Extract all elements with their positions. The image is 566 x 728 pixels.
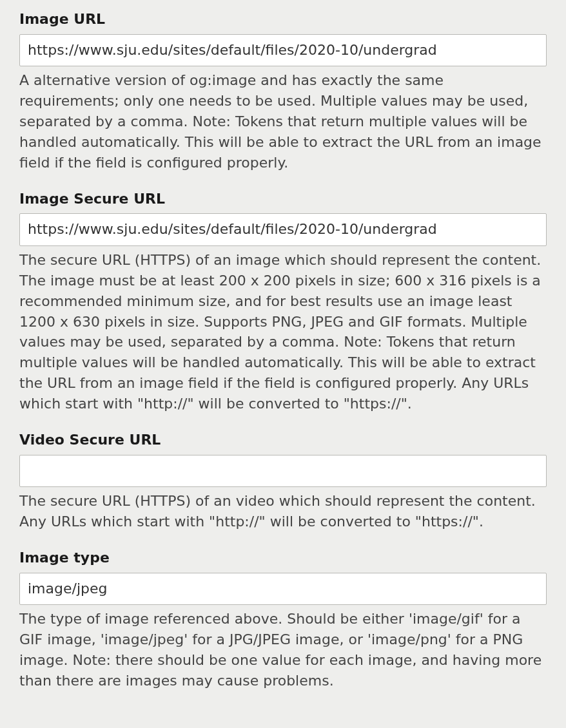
image-type-description: The type of image referenced above. Shou… xyxy=(19,609,547,691)
image-url-label: Image URL xyxy=(19,10,547,29)
form-group-image-type: Image type The type of image referenced … xyxy=(19,549,547,691)
image-type-label: Image type xyxy=(19,549,547,568)
image-type-input[interactable] xyxy=(19,573,547,606)
image-secure-url-label: Image Secure URL xyxy=(19,190,547,209)
image-url-input[interactable] xyxy=(19,34,547,67)
form-group-image-secure-url: Image Secure URL The secure URL (HTTPS) … xyxy=(19,190,547,414)
image-secure-url-description: The secure URL (HTTPS) of an image which… xyxy=(19,250,547,414)
video-secure-url-description: The secure URL (HTTPS) of an video which… xyxy=(19,491,547,532)
form-group-image-url: Image URL A alternative version of og:im… xyxy=(19,10,547,173)
video-secure-url-label: Video Secure URL xyxy=(19,431,547,450)
image-url-description: A alternative version of og:image and ha… xyxy=(19,70,547,173)
video-secure-url-input[interactable] xyxy=(19,455,547,488)
image-secure-url-input[interactable] xyxy=(19,213,547,246)
form-group-video-secure-url: Video Secure URL The secure URL (HTTPS) … xyxy=(19,431,547,532)
